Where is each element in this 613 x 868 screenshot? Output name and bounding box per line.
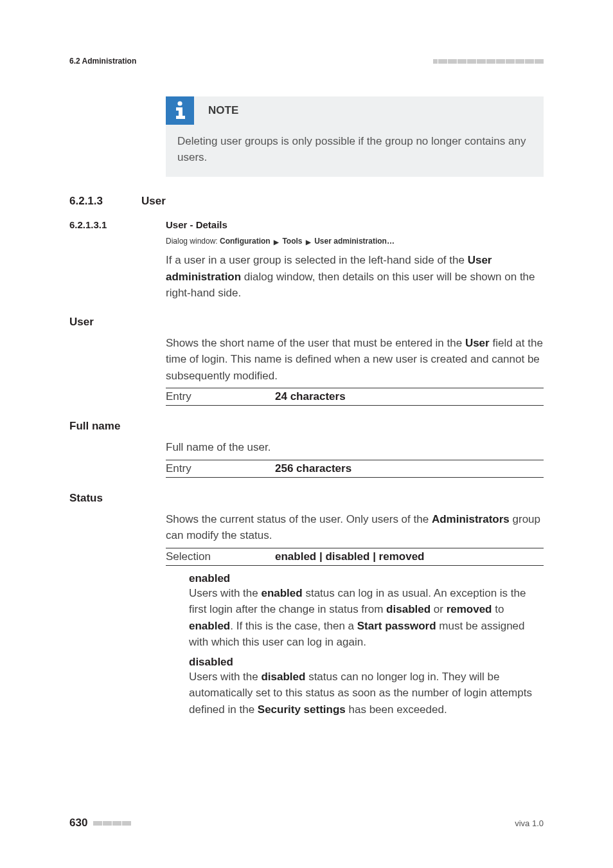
- en-t3: or: [431, 603, 447, 615]
- en-t4: to: [492, 603, 504, 615]
- triangle-icon: ▶: [274, 239, 279, 246]
- page-footer: 630 viva 1.0: [69, 817, 544, 829]
- en-t1: Users with the: [189, 587, 261, 599]
- dialog-p2: Tools: [282, 237, 302, 246]
- status-t1: Shows the current status of the user. On…: [166, 513, 432, 525]
- intro-t1: If a user in a user group is selected in…: [166, 254, 468, 266]
- section-number: 6.2.1.3: [69, 195, 141, 208]
- user-t1: Shows the short name of the user that mu…: [166, 337, 465, 349]
- en-b1: enabled: [261, 587, 302, 599]
- disabled-body: Users with the disabled status can no lo…: [189, 669, 544, 718]
- user-b1: User: [465, 337, 490, 349]
- footer-page-number: 630: [69, 817, 87, 829]
- header-section-ref: 6.2 Administration: [69, 57, 136, 66]
- section-heading: 6.2.1.3 User: [69, 195, 544, 208]
- dis-b2: Security settings: [258, 703, 346, 716]
- subsection-heading: 6.2.1.3.1 User - Details: [69, 219, 544, 230]
- status-sel-label: Selection: [166, 550, 275, 563]
- disabled-title: disabled: [189, 656, 544, 669]
- svg-point-0: [177, 101, 182, 105]
- status-selection-row: Selection enabled | disabled | removed: [166, 548, 544, 566]
- status-field-label: Status: [69, 492, 544, 505]
- enabled-title: enabled: [189, 572, 544, 585]
- user-field-desc: Shows the short name of the user that mu…: [166, 335, 544, 384]
- en-t5: . If this is the case, then a: [230, 620, 357, 632]
- fullname-entry-row: Entry 256 characters: [166, 460, 544, 478]
- footer-decoration: [93, 821, 131, 826]
- subsection-number: 6.2.1.3.1: [69, 219, 166, 230]
- dis-t3: has been exceeded.: [346, 703, 447, 716]
- intro-text: If a user in a user group is selected in…: [166, 252, 544, 302]
- info-icon: [166, 96, 194, 125]
- status-b1: Administrators: [432, 513, 510, 525]
- fullname-entry-label: Entry: [166, 462, 275, 475]
- user-entry-row: Entry 24 characters: [166, 388, 544, 406]
- page-header: 6.2 Administration: [69, 57, 544, 66]
- en-b5: Start password: [357, 620, 436, 632]
- dis-b1: disabled: [261, 671, 305, 683]
- en-b2: disabled: [386, 603, 431, 615]
- triangle-icon: ▶: [306, 239, 311, 246]
- note-title: NOTE: [208, 104, 238, 117]
- fullname-desc: Full name of the user.: [166, 439, 544, 456]
- enabled-body: Users with the enabled status can log in…: [189, 585, 544, 651]
- svg-rect-3: [176, 116, 185, 119]
- user-entry-value: 24 characters: [275, 390, 346, 403]
- dialog-path: Dialog window: Configuration ▶ Tools ▶ U…: [166, 237, 544, 246]
- dis-t1: Users with the: [189, 671, 261, 683]
- header-decoration: [433, 59, 544, 64]
- footer-version: viva 1.0: [515, 818, 544, 828]
- subsection-title: User - Details: [166, 219, 227, 230]
- user-field-label: User: [69, 316, 544, 329]
- note-body: Deleting user groups is only possible if…: [177, 134, 532, 165]
- fullname-field-label: Full name: [69, 420, 544, 433]
- status-sel-value: enabled | disabled | removed: [275, 550, 424, 563]
- en-b4: enabled: [189, 620, 230, 632]
- user-entry-label: Entry: [166, 390, 275, 403]
- dialog-p1: Configuration: [220, 237, 271, 246]
- fullname-entry-value: 256 characters: [275, 462, 351, 475]
- enabled-definition: enabled Users with the enabled status ca…: [189, 572, 544, 718]
- section-title: User: [141, 195, 166, 208]
- en-b3: removed: [447, 603, 492, 615]
- dialog-label: Dialog window:: [166, 237, 220, 246]
- note-box: NOTE Deleting user groups is only possib…: [166, 96, 544, 177]
- dialog-p3: User administration…: [314, 237, 395, 246]
- status-desc: Shows the current status of the user. On…: [166, 511, 544, 544]
